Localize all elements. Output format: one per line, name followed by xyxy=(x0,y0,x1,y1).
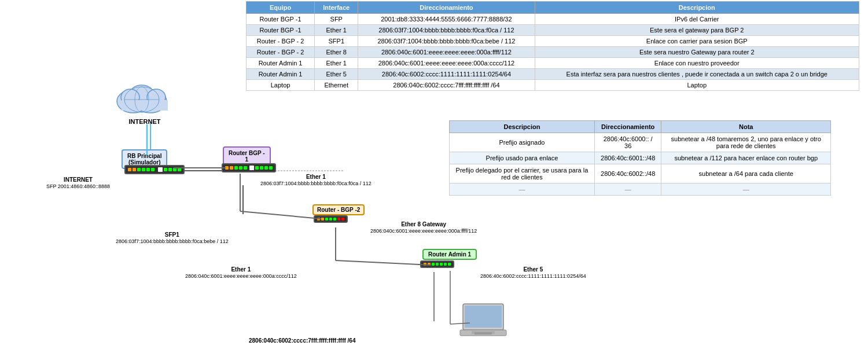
second-cell-3-2: — xyxy=(661,183,831,196)
router-bgp1-device xyxy=(222,163,276,172)
col2-header-dir: Direccionamiento xyxy=(594,121,661,133)
internet-cloud: INTERNET xyxy=(110,75,179,127)
laptop-addr-text: 2806:040c:6002:cccc:7fff:ffff:ffff:ffff … xyxy=(249,337,356,344)
svg-line-23 xyxy=(240,211,321,219)
col2-header-desc: Descripcion xyxy=(450,121,595,133)
second-cell-0-2: subnetear a /48 tomaremos 2, uno para en… xyxy=(661,133,831,152)
second-cell-0-1: 2806:40c:6000:: / 36 xyxy=(594,133,661,152)
main-cell-2-2: 2806:03f7:1004:bbbb:bbbb:bbbb:f0ca:bebe … xyxy=(358,36,535,47)
main-cell-4-0: Router Admin 1 xyxy=(247,58,315,69)
main-cell-1-0: Router BGP -1 xyxy=(247,25,315,36)
sfp1-label: SFP1 2806:03f7:1004:bbbb:bbbb:bbbb:f0ca:… xyxy=(116,232,229,244)
main-cell-6-1: Ethernet xyxy=(315,80,358,91)
main-cell-4-1: Ether 1 xyxy=(315,58,358,69)
main-cell-4-2: 2806:040c:6001:eeee:eeee:eeee:000a:cccc/… xyxy=(358,58,535,69)
second-cell-3-0: — xyxy=(450,183,595,196)
second-cell-2-1: 2806:40c:6002::/48 xyxy=(594,164,661,183)
second-cell-1-0: Prefijo usado para enlace xyxy=(450,152,595,164)
svg-rect-19 xyxy=(475,332,492,335)
ether1-admin-label: Ether 1 2806:040c:6001:eeee:eeee:eeee:00… xyxy=(185,266,297,279)
second-cell-2-2: subnetear a /64 para cada cliente xyxy=(661,164,831,183)
router-admin1-label: Router Admin 1 xyxy=(428,251,471,258)
second-cell-1-2: subnetear a /112 para hacer enlace con r… xyxy=(661,152,831,164)
router-bgp2-label: Router - BGP -2 xyxy=(317,207,360,213)
internet-sfp-text: INTERNET SFP 2001:4860:4860::8888 xyxy=(46,177,110,189)
col-header-descripcion: Descripcion xyxy=(535,2,859,14)
main-cell-2-3: Enlace con carrier para sesion BGP xyxy=(535,36,859,47)
rb-principal-label: RB Principal(Simulador) xyxy=(127,153,161,166)
main-cell-0-3: IPv6 del Carrier xyxy=(535,14,859,25)
rb-principal-device xyxy=(124,165,185,174)
main-cell-5-3: Esta interfaz sera para nuestros cliente… xyxy=(535,69,859,80)
router-bgp1-label: Router BGP -1 xyxy=(229,150,265,163)
second-cell-2-0: Prefijo delegado por el carrier, se usar… xyxy=(450,164,595,183)
main-cell-0-2: 2001:db8:3333:4444:5555:6666:7777:8888/3… xyxy=(358,14,535,25)
main-table: Equipo Interface Direccionamiento Descri… xyxy=(246,1,859,91)
laptop-icon xyxy=(457,301,509,341)
second-cell-3-1: — xyxy=(594,183,661,196)
main-cell-2-0: Router - BGP - 2 xyxy=(247,36,315,47)
main-cell-4-3: Enlace con nuestro proveedor xyxy=(535,58,859,69)
main-cell-5-1: Ether 5 xyxy=(315,69,358,80)
main-cell-5-2: 2806:40c:6002:cccc:1111:1111:1111:0254/6… xyxy=(358,69,535,80)
main-cell-6-3: Laptop xyxy=(535,80,859,91)
router-admin1-box: Router Admin 1 xyxy=(422,249,477,260)
col2-header-nota: Nota xyxy=(661,121,831,133)
second-table: Descripcion Direccionamiento Nota Prefij… xyxy=(449,120,831,196)
second-cell-1-1: 2806:40c:6001::/48 xyxy=(594,152,661,164)
col-header-equipo: Equipo xyxy=(247,2,315,14)
col-header-direccionamiento: Direccionamiento xyxy=(358,2,535,14)
router-bgp2-device xyxy=(314,215,348,223)
svg-rect-16 xyxy=(465,306,502,328)
col-header-interface: Interface xyxy=(315,2,358,14)
main-cell-3-1: Ether 8 xyxy=(315,47,358,58)
main-cell-6-2: 2806:040c:6002:cccc:7fff:ffff:ffff:ffff … xyxy=(358,80,535,91)
main-cell-3-3: Este sera nuestro Gateway para router 2 xyxy=(535,47,859,58)
main-cell-3-2: 2806:040c:6001:eeee:eeee:eeee:000a:ffff/… xyxy=(358,47,535,58)
main-cell-1-1: Ether 1 xyxy=(315,25,358,36)
main-cell-2-1: SFP1 xyxy=(315,36,358,47)
svg-line-25 xyxy=(336,260,431,265)
svg-rect-11 xyxy=(122,100,168,111)
main-cell-3-0: Router - BGP - 2 xyxy=(247,47,315,58)
main-cell-6-0: Laptop xyxy=(247,80,315,91)
main-cell-0-0: Router BGP -1 xyxy=(247,14,315,25)
ether5-label: Ether 5 2806:40c:6002:cccc:1111:1111:111… xyxy=(480,266,586,279)
router-admin1-device xyxy=(420,260,454,268)
main-cell-1-3: Este sera el gateway para BGP 2 xyxy=(535,25,859,36)
main-cell-0-1: SFP xyxy=(315,14,358,25)
main-cell-1-2: 2806:03f7:1004:bbbb:bbbb:bbbb:f0ca:f0ca … xyxy=(358,25,535,36)
main-cell-5-0: Router Admin 1 xyxy=(247,69,315,80)
ether8-label: Ether 8 Gateway 2806:040c:6001:eeee:eeee… xyxy=(370,221,477,234)
internet-label: INTERNET xyxy=(110,118,179,125)
router-bgp2-box: Router - BGP -2 xyxy=(312,204,365,215)
second-cell-0-0: Prefijo asignado xyxy=(450,133,595,152)
ether1-bgp1-label: Ether 1 2806:03f7:1004:bbbb:bbbb:bbbb:f0… xyxy=(260,174,372,186)
